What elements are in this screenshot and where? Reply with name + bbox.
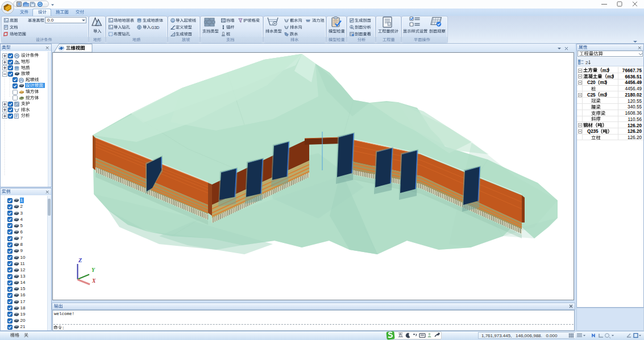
svg-text:2: 2	[585, 60, 588, 65]
svg-text:Z: Z	[78, 257, 82, 263]
svg-text:Y: Y	[92, 267, 95, 273]
svg-text:X: X	[92, 278, 96, 284]
